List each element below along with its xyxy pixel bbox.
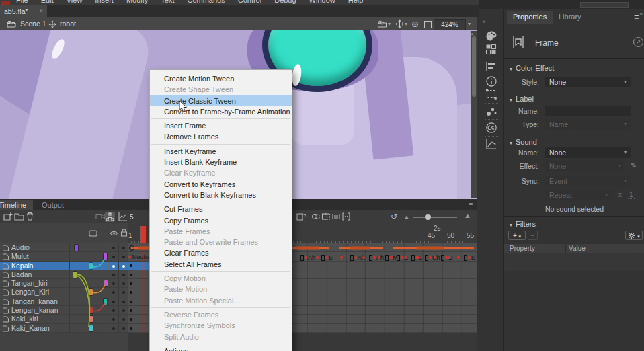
stage-vertical-scrollbar[interactable]: ▴ bbox=[471, 31, 477, 198]
insert-frame-icon[interactable] bbox=[296, 212, 306, 221]
brush-library-panel-icon[interactable] bbox=[485, 106, 497, 117]
menu-item[interactable]: Window bbox=[309, 0, 335, 5]
layer-lock-dot[interactable] bbox=[122, 327, 125, 330]
context-menu-item[interactable]: Actions bbox=[150, 346, 292, 351]
context-menu-item[interactable]: Cut Frames bbox=[150, 204, 292, 214]
layer-lock-dot[interactable] bbox=[122, 282, 125, 285]
context-menu-item[interactable]: Create Shape Tween bbox=[150, 84, 292, 95]
timeline-zoom-in-icon[interactable]: ▲ bbox=[464, 210, 471, 221]
layer-visibility-dot[interactable] bbox=[112, 291, 115, 294]
layer-parent-swatch[interactable] bbox=[89, 307, 93, 313]
keyframe-dot[interactable] bbox=[130, 301, 132, 303]
context-menu-item[interactable]: Paste Frames bbox=[150, 226, 292, 237]
layer-visibility-dot[interactable] bbox=[112, 301, 115, 303]
marker-range-icon[interactable] bbox=[341, 212, 351, 221]
section-color-effect[interactable]: ▾Color Effect bbox=[510, 64, 554, 72]
layer-parent-swatch[interactable] bbox=[89, 263, 93, 269]
clip-content-icon[interactable] bbox=[424, 21, 432, 28]
section-sound[interactable]: ▾Sound bbox=[510, 138, 537, 146]
context-menu-item[interactable]: Paste Motion bbox=[150, 284, 292, 295]
keyframe-red-dot[interactable] bbox=[316, 256, 319, 259]
context-menu-item[interactable]: Paste Motion Special... bbox=[150, 295, 292, 306]
panel-menu-icon[interactable]: ≡ bbox=[634, 12, 639, 22]
menu-item[interactable]: Insert bbox=[95, 0, 114, 5]
close-icon[interactable]: × bbox=[39, 5, 43, 17]
edit-symbols-icon[interactable] bbox=[395, 20, 404, 28]
menu-item[interactable]: File bbox=[16, 0, 28, 5]
loop-playback-icon[interactable]: ↺ bbox=[391, 212, 397, 221]
stage-zoom-select[interactable]: 424% bbox=[434, 20, 466, 30]
context-menu-item[interactable]: Synchronize Symbols bbox=[150, 320, 292, 331]
stage-zoom-chevron-icon[interactable]: ▾ bbox=[468, 21, 471, 27]
timeline-zoom-slider-knob[interactable] bbox=[425, 214, 431, 220]
context-menu-item[interactable]: Convert to Frame-by-Frame Animation bbox=[150, 106, 292, 117]
layer-row[interactable]: Audio bbox=[0, 243, 128, 252]
layer-visibility-dot[interactable] bbox=[112, 327, 115, 330]
context-menu-item[interactable]: Split Audio bbox=[150, 332, 292, 342]
document-tab[interactable]: ab5.fla* × bbox=[0, 5, 47, 17]
layer-parent-swatch[interactable] bbox=[89, 316, 93, 322]
transform-panel-icon[interactable] bbox=[485, 89, 497, 100]
frame-label[interactable]: Ah bbox=[369, 254, 384, 261]
graph-view-icon[interactable] bbox=[118, 212, 128, 221]
keyframe-dot[interactable] bbox=[130, 291, 132, 294]
color-panel-icon[interactable] bbox=[485, 30, 497, 42]
context-menu-item[interactable]: Remove Frames bbox=[150, 131, 292, 142]
menu-item[interactable]: Control bbox=[238, 0, 261, 5]
layer-row[interactable]: Kepala bbox=[0, 262, 128, 270]
layer-visibility-dot[interactable] bbox=[112, 265, 115, 268]
frame-label[interactable]: Uh bbox=[425, 254, 440, 261]
layer-row[interactable]: Kaki_kiri bbox=[0, 315, 128, 323]
menu-item[interactable]: Text bbox=[161, 0, 174, 5]
tab-library[interactable]: Library bbox=[553, 11, 588, 24]
keyframe-dot[interactable] bbox=[130, 318, 132, 321]
context-menu-item[interactable]: Paste and Overwrite Frames bbox=[150, 237, 292, 247]
layer-parent-swatch[interactable] bbox=[73, 272, 77, 278]
menu-item[interactable]: Modify bbox=[126, 0, 148, 5]
layer-visibility-dot[interactable] bbox=[112, 282, 115, 285]
layer-parent-swatch[interactable] bbox=[75, 245, 78, 251]
context-menu-item[interactable]: Create Classic Tween bbox=[150, 95, 292, 106]
expand-panels-icon[interactable]: » bbox=[639, 11, 643, 17]
align-panel-icon[interactable] bbox=[485, 61, 497, 72]
edit-scene-chevron-icon[interactable]: ▾ bbox=[388, 21, 391, 27]
context-menu-item[interactable]: Clear Keyframe bbox=[150, 167, 292, 178]
layer-parent-swatch[interactable] bbox=[89, 289, 93, 295]
menu-item[interactable]: Debug bbox=[274, 0, 296, 5]
context-menu-item[interactable]: Convert to Blank Keyframes bbox=[150, 190, 292, 200]
scrollbar-up-icon[interactable]: ▴ bbox=[471, 31, 473, 36]
delete-layer-icon[interactable] bbox=[26, 212, 34, 221]
layer-lock-dot[interactable] bbox=[122, 301, 125, 303]
layer-lock-dot[interactable] bbox=[122, 291, 125, 294]
tab-output[interactable]: Output bbox=[35, 200, 71, 210]
layer-row[interactable]: Tangan_kiri bbox=[0, 279, 128, 288]
keyframe-dot[interactable] bbox=[130, 327, 132, 330]
layer-visibility-dot[interactable] bbox=[112, 247, 115, 249]
timeline-zoom-slider[interactable] bbox=[413, 217, 457, 218]
context-menu-item[interactable]: Insert Keyframe bbox=[150, 146, 292, 157]
keyframe-red-dot[interactable] bbox=[340, 256, 343, 259]
section-label[interactable]: ▾Label bbox=[510, 95, 534, 103]
add-filter-button[interactable]: + ▾ bbox=[508, 231, 526, 240]
help-arrow-icon[interactable]: ↗ bbox=[633, 37, 643, 47]
swatches-panel-icon[interactable] bbox=[485, 44, 497, 55]
style-select[interactable]: None▾ bbox=[545, 77, 631, 87]
timeline-zoom-out-icon[interactable]: ▲ bbox=[404, 212, 409, 223]
menu-item[interactable]: View bbox=[67, 0, 83, 5]
camera-column-icon[interactable] bbox=[89, 230, 97, 237]
context-menu-item[interactable]: Insert Frame bbox=[150, 120, 292, 131]
context-menu-item[interactable]: Clear Frames bbox=[150, 247, 292, 258]
layer-lock-dot[interactable] bbox=[122, 318, 125, 321]
keyframe-hollow[interactable] bbox=[129, 245, 134, 251]
layer-visibility-dot[interactable] bbox=[112, 274, 115, 276]
context-menu-item[interactable]: Copy Frames bbox=[150, 215, 292, 226]
edit-multiple-frames-icon[interactable] bbox=[331, 212, 341, 221]
layer-lock-dot[interactable] bbox=[122, 309, 125, 312]
onion-skin-icon[interactable] bbox=[311, 212, 321, 221]
keyframe-dot[interactable] bbox=[130, 274, 132, 276]
layer-row[interactable]: Badan bbox=[0, 270, 128, 279]
keyframe-dot[interactable] bbox=[130, 309, 132, 312]
layer-row[interactable]: Lengan_kanan bbox=[0, 306, 128, 315]
eye-icon[interactable] bbox=[110, 230, 118, 237]
tab-properties[interactable]: Properties bbox=[507, 11, 553, 24]
